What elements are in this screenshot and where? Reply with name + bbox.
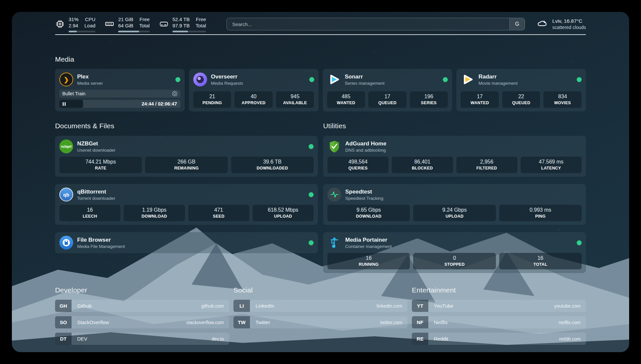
radarr-title: Radarr — [478, 74, 518, 80]
memory-icon — [105, 19, 114, 29]
memory-label-1: Free — [139, 16, 150, 23]
sonarr-status-dot — [443, 77, 448, 82]
nzbget-card[interactable]: nzbget NZBGet Usenet downloader 744.21 M… — [55, 136, 318, 177]
bookmark-group-developer: Developer GH Github github.com SO StackO… — [55, 286, 229, 349]
bookmark-github[interactable]: GH Github github.com — [55, 300, 229, 312]
bookmark-abbr: DT — [55, 333, 72, 345]
bookmark-twitter[interactable]: TW Twitter twitter.com — [233, 316, 408, 328]
bookmark-linkedin[interactable]: LI LinkedIn linkedin.com — [233, 300, 408, 312]
search-provider-button[interactable]: G — [509, 18, 525, 30]
sonarr-icon — [327, 73, 341, 86]
bookmark-abbr: TW — [233, 316, 250, 328]
speedtest-icon — [327, 188, 341, 201]
bookmark-name: LinkedIn — [250, 300, 274, 312]
qbittorrent-status-dot — [309, 192, 314, 197]
plex-card[interactable]: ❯ Plex Media server Bullet Train — [55, 69, 185, 111]
section-title-documents: Documents & Files — [55, 122, 318, 130]
section-title-social: Social — [233, 286, 408, 294]
stat-block: 16RUNNING — [327, 253, 410, 269]
bookmark-url: stackoverflow.com — [186, 316, 229, 328]
adguard-card[interactable]: AdGuard Home DNS and adblocking 498,564Q… — [323, 136, 586, 177]
nzbget-subtitle: Usenet downloader — [77, 148, 115, 153]
search-bar: G — [227, 18, 525, 30]
bookmark-dev[interactable]: DT DEV dev.to — [55, 333, 229, 345]
search-input[interactable] — [227, 18, 509, 30]
bookmark-group-social: Social LI LinkedIn linkedin.com TW Twitt… — [233, 286, 408, 349]
disk-free: 52.4 TB — [172, 16, 190, 23]
bookmark-url: linkedin.com — [377, 300, 408, 312]
stat-block: 2,956FILTERED — [456, 157, 517, 173]
bookmark-stackoverflow[interactable]: SO StackOverflow stackoverflow.com — [55, 316, 229, 328]
disk-widget: 52.4 TB97.9 TB FreeTotal — [159, 16, 206, 32]
bookmark-abbr: GH — [55, 300, 72, 312]
overseerr-title: Overseerr — [211, 74, 243, 80]
adguard-subtitle: DNS and adblocking — [345, 148, 386, 153]
filebrowser-title: File Browser — [77, 237, 125, 243]
cpu-label-1: CPU — [85, 16, 96, 23]
section-title-developer: Developer — [55, 286, 229, 294]
stat-block: 16LEECH — [59, 205, 120, 221]
sonarr-card[interactable]: Sonarr Series management 485WANTED 17QUE… — [323, 69, 452, 111]
snow-particles — [12, 12, 13, 13]
radarr-icon — [461, 73, 474, 86]
stat-block: 40APPROVED — [234, 91, 273, 108]
bookmark-url: github.com — [201, 300, 229, 312]
cpu-widget: 31%2.94 CPULoad — [55, 16, 95, 32]
stat-block: 266 GBREMAINING — [145, 157, 228, 173]
sonarr-title: Sonarr — [345, 74, 385, 80]
speedtest-title: Speedtest — [345, 189, 383, 195]
stat-block: 1.19 GbpsDOWNLOAD — [124, 205, 185, 221]
bookmark-name: StackOverflow — [72, 316, 109, 328]
stat-block: 9.24 GbpsUPLOAD — [413, 205, 496, 221]
bookmark-url: twitter.com — [380, 316, 408, 328]
plex-now-playing: Bullet Train — [59, 90, 180, 98]
qbittorrent-card[interactable]: qb qBittorrent Torrent downloader 16LEEC… — [55, 184, 318, 225]
stat-block: 17QUEUED — [368, 91, 407, 108]
stat-block: 945AVAILABLE — [276, 91, 314, 108]
memory-widget: 21 GiB64 GiB FreeTotal — [105, 16, 150, 32]
cpu-usage: 31% — [69, 16, 78, 23]
qbittorrent-subtitle: Torrent downloader — [77, 196, 115, 201]
bookmark-name: Github — [72, 300, 92, 312]
bookmark-reddit[interactable]: RE Reddit reddit.com — [412, 333, 586, 345]
stat-block: 39.6 TBDOWNLOADED — [231, 157, 314, 173]
portainer-card[interactable]: Media Portainer Container management 16R… — [323, 232, 586, 273]
top-bar: 31%2.94 CPULoad 21 GiB64 GiB FreeTotal — [55, 12, 586, 31]
nzbget-status-dot — [309, 144, 314, 149]
stat-block: 498,564QUERIES — [327, 157, 388, 173]
qbittorrent-title: qBittorrent — [77, 189, 115, 195]
filebrowser-card[interactable]: File Browser Media File Management — [55, 232, 318, 253]
bookmark-url: youtube.com — [554, 300, 586, 312]
radarr-status-dot — [577, 77, 582, 82]
stat-block: 86,401BLOCKED — [392, 157, 453, 173]
cpu-progress-bar — [69, 31, 95, 32]
disk-icon — [159, 19, 169, 29]
radarr-card[interactable]: Radarr Movie management 17WANTED 22QUEUE… — [456, 69, 586, 111]
bookmark-youtube[interactable]: YT YouTube youtube.com — [412, 300, 586, 312]
overseerr-status-dot — [309, 77, 314, 82]
overseerr-subtitle: Media Requests — [211, 81, 243, 86]
bookmark-url: reddit.com — [559, 333, 586, 345]
bookmark-netflix[interactable]: NF Netflix netflix.com — [412, 316, 586, 328]
filebrowser-icon — [59, 236, 73, 250]
cpu-icon — [55, 19, 65, 29]
stat-block: 834MOVIES — [543, 91, 582, 108]
stat-block: 0STOPPED — [413, 253, 496, 269]
speedtest-card[interactable]: Speedtest Speedtest Tracking 9.65 GbpsDO… — [323, 184, 586, 225]
bookmark-name: YouTube — [428, 300, 453, 312]
bookmark-name: Twitter — [250, 316, 270, 328]
cpu-label-2: Load — [84, 22, 95, 29]
now-playing-media-icon — [172, 91, 177, 96]
stat-block: 744.21 MbpsRATE — [59, 157, 142, 173]
pause-icon — [63, 102, 64, 106]
bookmark-name: Netflix — [428, 316, 448, 328]
stat-block: 47.569 msLATENCY — [521, 157, 582, 173]
filebrowser-subtitle: Media File Management — [77, 244, 125, 249]
bookmark-abbr: NF — [412, 316, 428, 328]
weather-condition: scattered clouds — [552, 25, 586, 30]
bookmark-abbr: RE — [412, 333, 428, 345]
bookmark-url: dev.to — [212, 333, 229, 345]
bookmark-abbr: YT — [412, 300, 428, 312]
weather-widget: Lviv, 16.87°C scattered clouds — [536, 18, 586, 30]
overseerr-card[interactable]: Overseerr Media Requests 21PENDING 40APP… — [189, 69, 319, 111]
